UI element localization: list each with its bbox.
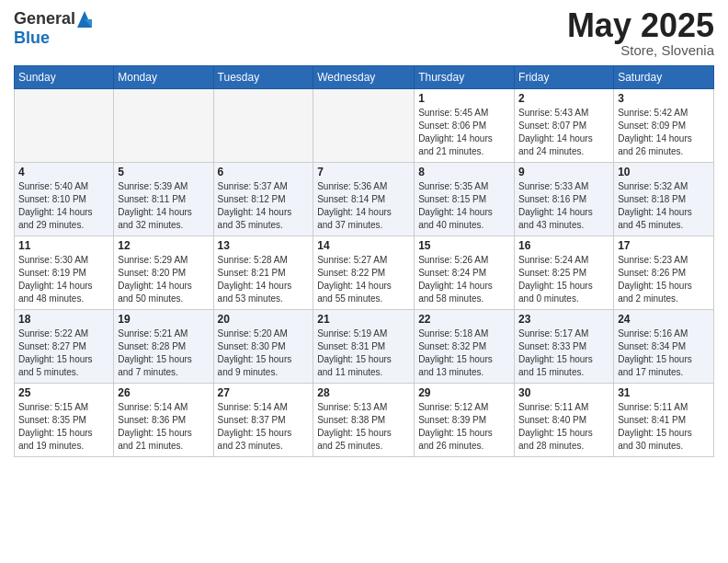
week-row-3: 11Sunrise: 5:30 AM Sunset: 8:19 PM Dayli… (15, 236, 714, 310)
day-info: Sunrise: 5:33 AM Sunset: 8:16 PM Dayligh… (518, 180, 609, 232)
day-number: 1 (418, 92, 510, 105)
calendar-cell: 29Sunrise: 5:12 AM Sunset: 8:39 PM Dayli… (415, 384, 515, 457)
day-info: Sunrise: 5:14 AM Sunset: 8:36 PM Dayligh… (118, 401, 209, 453)
day-info: Sunrise: 5:37 AM Sunset: 8:12 PM Dayligh… (218, 180, 310, 232)
day-number: 19 (118, 313, 209, 326)
day-info: Sunrise: 5:15 AM Sunset: 8:35 PM Dayligh… (18, 401, 109, 453)
calendar-cell: 17Sunrise: 5:23 AM Sunset: 8:26 PM Dayli… (614, 236, 714, 310)
calendar-cell: 6Sunrise: 5:37 AM Sunset: 8:12 PM Daylig… (213, 163, 313, 236)
day-number: 7 (317, 166, 410, 178)
day-number: 10 (618, 166, 710, 178)
day-info: Sunrise: 5:45 AM Sunset: 8:06 PM Dayligh… (418, 107, 510, 158)
day-info: Sunrise: 5:14 AM Sunset: 8:37 PM Dayligh… (218, 401, 310, 453)
day-number: 24 (618, 313, 710, 326)
location: Store, Slovenia (567, 42, 714, 58)
calendar-cell: 10Sunrise: 5:32 AM Sunset: 8:18 PM Dayli… (614, 163, 714, 236)
day-info: Sunrise: 5:42 AM Sunset: 8:09 PM Dayligh… (618, 107, 710, 158)
day-number: 2 (518, 92, 609, 105)
day-info: Sunrise: 5:27 AM Sunset: 8:22 PM Dayligh… (317, 254, 410, 305)
calendar-cell: 15Sunrise: 5:26 AM Sunset: 8:24 PM Dayli… (415, 236, 515, 310)
calendar-table: SundayMondayTuesdayWednesdayThursdayFrid… (14, 65, 714, 457)
day-info: Sunrise: 5:20 AM Sunset: 8:30 PM Dayligh… (218, 327, 310, 379)
calendar-cell: 2Sunrise: 5:43 AM Sunset: 8:07 PM Daylig… (515, 89, 614, 163)
day-info: Sunrise: 5:35 AM Sunset: 8:15 PM Dayligh… (418, 180, 510, 232)
day-number: 31 (618, 386, 710, 399)
header: General Blue May 2025 Store, Slovenia (14, 9, 714, 58)
weekday-sunday: Sunday (15, 66, 114, 89)
logo-text: General Blue (14, 9, 92, 47)
day-info: Sunrise: 5:23 AM Sunset: 8:26 PM Dayligh… (618, 254, 710, 305)
day-info: Sunrise: 5:26 AM Sunset: 8:24 PM Dayligh… (418, 254, 510, 305)
day-info: Sunrise: 5:30 AM Sunset: 8:19 PM Dayligh… (18, 254, 109, 305)
calendar-cell: 25Sunrise: 5:15 AM Sunset: 8:35 PM Dayli… (15, 384, 114, 457)
calendar-cell: 11Sunrise: 5:30 AM Sunset: 8:19 PM Dayli… (15, 236, 114, 310)
week-row-2: 4Sunrise: 5:40 AM Sunset: 8:10 PM Daylig… (15, 163, 714, 236)
day-info: Sunrise: 5:24 AM Sunset: 8:25 PM Dayligh… (518, 254, 609, 305)
week-row-5: 25Sunrise: 5:15 AM Sunset: 8:35 PM Dayli… (15, 384, 714, 457)
day-number: 5 (118, 166, 209, 178)
day-number: 11 (18, 239, 109, 252)
day-info: Sunrise: 5:36 AM Sunset: 8:14 PM Dayligh… (317, 180, 410, 232)
calendar-cell: 4Sunrise: 5:40 AM Sunset: 8:10 PM Daylig… (15, 163, 114, 236)
logo-blue: Blue (14, 29, 92, 48)
day-number: 20 (218, 313, 310, 326)
calendar-cell: 26Sunrise: 5:14 AM Sunset: 8:36 PM Dayli… (114, 384, 213, 457)
calendar-page: General Blue May 2025 Store, Slovenia Su… (0, 0, 728, 563)
day-number: 15 (418, 239, 510, 252)
day-info: Sunrise: 5:18 AM Sunset: 8:32 PM Dayligh… (418, 327, 510, 379)
calendar-cell: 7Sunrise: 5:36 AM Sunset: 8:14 PM Daylig… (313, 163, 415, 236)
week-row-1: 1Sunrise: 5:45 AM Sunset: 8:06 PM Daylig… (15, 89, 714, 163)
day-number: 6 (218, 166, 310, 178)
day-number: 23 (518, 313, 609, 326)
calendar-cell: 27Sunrise: 5:14 AM Sunset: 8:37 PM Dayli… (213, 384, 313, 457)
calendar-cell: 24Sunrise: 5:16 AM Sunset: 8:34 PM Dayli… (614, 310, 714, 384)
calendar-cell (114, 89, 213, 163)
day-info: Sunrise: 5:29 AM Sunset: 8:20 PM Dayligh… (118, 254, 209, 305)
day-info: Sunrise: 5:17 AM Sunset: 8:33 PM Dayligh… (518, 327, 609, 379)
weekday-friday: Friday (515, 66, 614, 89)
weekday-thursday: Thursday (415, 66, 515, 89)
weekday-wednesday: Wednesday (313, 66, 415, 89)
day-info: Sunrise: 5:12 AM Sunset: 8:39 PM Dayligh… (418, 401, 510, 453)
calendar-cell: 18Sunrise: 5:22 AM Sunset: 8:27 PM Dayli… (15, 310, 114, 384)
day-info: Sunrise: 5:40 AM Sunset: 8:10 PM Dayligh… (18, 180, 109, 232)
day-info: Sunrise: 5:39 AM Sunset: 8:11 PM Dayligh… (118, 180, 209, 232)
day-number: 26 (118, 386, 209, 399)
calendar-cell: 3Sunrise: 5:42 AM Sunset: 8:09 PM Daylig… (614, 89, 714, 163)
weekday-monday: Monday (114, 66, 213, 89)
day-number: 12 (118, 239, 209, 252)
day-info: Sunrise: 5:43 AM Sunset: 8:07 PM Dayligh… (518, 107, 609, 158)
month-title: May 2025 (567, 9, 714, 42)
day-info: Sunrise: 5:22 AM Sunset: 8:27 PM Dayligh… (18, 327, 109, 379)
weekday-header-row: SundayMondayTuesdayWednesdayThursdayFrid… (15, 66, 714, 89)
calendar-cell: 1Sunrise: 5:45 AM Sunset: 8:06 PM Daylig… (415, 89, 515, 163)
day-info: Sunrise: 5:11 AM Sunset: 8:40 PM Dayligh… (518, 401, 609, 453)
day-number: 22 (418, 313, 510, 326)
day-number: 21 (317, 313, 410, 326)
calendar-cell: 30Sunrise: 5:11 AM Sunset: 8:40 PM Dayli… (515, 384, 614, 457)
calendar-cell: 12Sunrise: 5:29 AM Sunset: 8:20 PM Dayli… (114, 236, 213, 310)
day-number: 13 (218, 239, 310, 252)
calendar-cell (313, 89, 415, 163)
day-number: 25 (18, 386, 109, 399)
calendar-cell: 19Sunrise: 5:21 AM Sunset: 8:28 PM Dayli… (114, 310, 213, 384)
logo-general: General (14, 9, 92, 29)
weekday-tuesday: Tuesday (213, 66, 313, 89)
day-number: 18 (18, 313, 109, 326)
day-info: Sunrise: 5:16 AM Sunset: 8:34 PM Dayligh… (618, 327, 710, 379)
calendar-cell: 5Sunrise: 5:39 AM Sunset: 8:11 PM Daylig… (114, 163, 213, 236)
logo: General Blue (14, 9, 92, 47)
day-number: 14 (317, 239, 410, 252)
calendar-cell: 16Sunrise: 5:24 AM Sunset: 8:25 PM Dayli… (515, 236, 614, 310)
day-number: 16 (518, 239, 609, 252)
day-number: 17 (618, 239, 710, 252)
calendar-cell: 22Sunrise: 5:18 AM Sunset: 8:32 PM Dayli… (415, 310, 515, 384)
title-block: May 2025 Store, Slovenia (567, 9, 714, 58)
calendar-cell (213, 89, 313, 163)
day-number: 27 (218, 386, 310, 399)
calendar-cell: 20Sunrise: 5:20 AM Sunset: 8:30 PM Dayli… (213, 310, 313, 384)
calendar-cell: 13Sunrise: 5:28 AM Sunset: 8:21 PM Dayli… (213, 236, 313, 310)
calendar-cell: 8Sunrise: 5:35 AM Sunset: 8:15 PM Daylig… (415, 163, 515, 236)
calendar-cell: 14Sunrise: 5:27 AM Sunset: 8:22 PM Dayli… (313, 236, 415, 310)
day-number: 9 (518, 166, 609, 178)
